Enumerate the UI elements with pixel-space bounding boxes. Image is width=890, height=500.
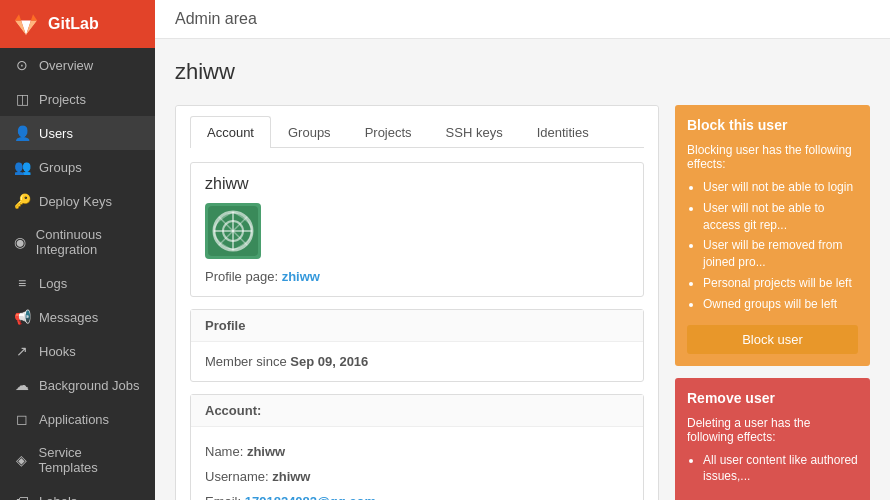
remove-user-title: Remove user (687, 390, 858, 406)
sidebar-item-projects[interactable]: ◫ Projects (0, 82, 155, 116)
block-effect-0: User will not be able to login (703, 179, 858, 196)
sidebar-item-labels[interactable]: 🏷 Labels (0, 484, 155, 500)
top-bar: Admin area (155, 0, 890, 39)
right-col: Block this user Blocking user has the fo… (675, 105, 870, 500)
messages-icon: 📢 (14, 309, 30, 325)
tab-groups[interactable]: Groups (271, 116, 348, 148)
tab-ssh-keys[interactable]: SSH keys (429, 116, 520, 148)
tabs: Account Groups Projects SSH keys Identit… (190, 116, 644, 148)
block-user-card: Block this user Blocking user has the fo… (675, 105, 870, 366)
username-section: zhiww (190, 162, 644, 297)
applications-icon: ◻ (14, 411, 30, 427)
sidebar-item-label: Background Jobs (39, 378, 139, 393)
sidebar-item-overview[interactable]: ⊙ Overview (0, 48, 155, 82)
remove-user-card: Remove user Deleting a user has the foll… (675, 378, 870, 500)
sidebar-item-label: Overview (39, 58, 93, 73)
background-jobs-icon: ☁ (14, 377, 30, 393)
profile-section: Profile Member since Sep 09, 2016 (190, 309, 644, 382)
topbar-title: Admin area (175, 10, 257, 27)
sidebar-item-ci[interactable]: ◉ Continuous Integration (0, 218, 155, 266)
gitlab-logo-icon (12, 10, 40, 38)
member-since: Member since Sep 09, 2016 (205, 354, 629, 369)
sidebar-item-hooks[interactable]: ↗ Hooks (0, 334, 155, 368)
email-field: Email: 1791824082@qq.com (205, 489, 629, 500)
sidebar: GitLab ⊙ Overview ◫ Projects 👤 Users 👥 G… (0, 0, 155, 500)
remove-effects-list: All user content like authored issues,..… (687, 452, 858, 486)
name-field: Name: zhiww (205, 439, 629, 464)
profile-section-body: Member since Sep 09, 2016 (191, 342, 643, 381)
sidebar-item-logs[interactable]: ≡ Logs (0, 266, 155, 300)
username-value: zhiww (272, 469, 310, 484)
block-effect-2: User will be removed from joined pro... (703, 237, 858, 271)
tab-content-account: zhiww (176, 148, 658, 500)
tab-projects[interactable]: Projects (348, 116, 429, 148)
hooks-icon: ↗ (14, 343, 30, 359)
remove-user-description: Deleting a user has the following effect… (687, 416, 858, 444)
profile-section-header: Profile (191, 310, 643, 342)
block-user-title: Block this user (687, 117, 858, 133)
profile-page-line: Profile page: zhiww (205, 269, 629, 284)
block-effect-4: Owned groups will be left (703, 296, 858, 313)
username-field: Username: zhiww (205, 464, 629, 489)
sidebar-item-label: Hooks (39, 344, 76, 359)
account-details-header: Account: (191, 395, 643, 427)
page-title: zhiww (175, 59, 870, 85)
logs-icon: ≡ (14, 275, 30, 291)
sidebar-item-service-templates[interactable]: ◈ Service Templates (0, 436, 155, 484)
name-value: zhiww (247, 444, 285, 459)
two-col-layout: Account Groups Projects SSH keys Identit… (175, 105, 870, 500)
sidebar-item-label: Projects (39, 92, 86, 107)
sidebar-item-label: Groups (39, 160, 82, 175)
users-icon: 👤 (14, 125, 30, 141)
sidebar-item-label: Messages (39, 310, 98, 325)
sidebar-item-label: Continuous Integration (36, 227, 141, 257)
projects-icon: ◫ (14, 91, 30, 107)
username-section-body: zhiww (191, 163, 643, 296)
sidebar-item-background-jobs[interactable]: ☁ Background Jobs (0, 368, 155, 402)
sidebar-item-deploy-keys[interactable]: 🔑 Deploy Keys (0, 184, 155, 218)
username-display: zhiww (205, 175, 629, 193)
ci-icon: ◉ (14, 234, 27, 250)
sidebar-item-label: Deploy Keys (39, 194, 112, 209)
email-link[interactable]: 1791824082@qq.com (245, 494, 376, 500)
block-user-description: Blocking user has the following effects: (687, 143, 858, 171)
avatar-image (208, 206, 258, 256)
remove-effect-0: All user content like authored issues,..… (703, 452, 858, 486)
groups-icon: 👥 (14, 159, 30, 175)
sidebar-item-label: Users (39, 126, 73, 141)
service-templates-icon: ◈ (14, 452, 29, 468)
sidebar-header[interactable]: GitLab (0, 0, 155, 48)
labels-icon: 🏷 (14, 493, 30, 500)
block-effects-list: User will not be able to login User will… (687, 179, 858, 313)
block-effect-1: User will not be able to access git rep.… (703, 200, 858, 234)
left-col: Account Groups Projects SSH keys Identit… (175, 105, 659, 500)
tabs-wrapper: Account Groups Projects SSH keys Identit… (176, 106, 658, 148)
sidebar-item-groups[interactable]: 👥 Groups (0, 150, 155, 184)
sidebar-item-applications[interactable]: ◻ Applications (0, 402, 155, 436)
content-area: zhiww Account Groups Projects SSH keys I… (155, 39, 890, 500)
sidebar-item-label: Service Templates (38, 445, 141, 475)
overview-icon: ⊙ (14, 57, 30, 73)
sidebar-item-messages[interactable]: 📢 Messages (0, 300, 155, 334)
avatar (205, 203, 261, 259)
brand-name: GitLab (48, 15, 99, 33)
deploy-keys-icon: 🔑 (14, 193, 30, 209)
main-area: Admin area zhiww Account Groups Projects… (155, 0, 890, 500)
profile-page-link[interactable]: zhiww (282, 269, 320, 284)
tab-account[interactable]: Account (190, 116, 271, 148)
tab-identities[interactable]: Identities (520, 116, 606, 148)
block-user-button[interactable]: Block user (687, 325, 858, 354)
account-details-section: Account: Name: zhiww Username: zhiww (190, 394, 644, 500)
sidebar-item-users[interactable]: 👤 Users (0, 116, 155, 150)
tabs-area: Account Groups Projects SSH keys Identit… (175, 105, 659, 500)
block-effect-3: Personal projects will be left (703, 275, 858, 292)
sidebar-item-label: Labels (39, 494, 77, 501)
sidebar-item-label: Logs (39, 276, 67, 291)
account-details-body: Name: zhiww Username: zhiww Email: 17918… (191, 427, 643, 500)
sidebar-item-label: Applications (39, 412, 109, 427)
